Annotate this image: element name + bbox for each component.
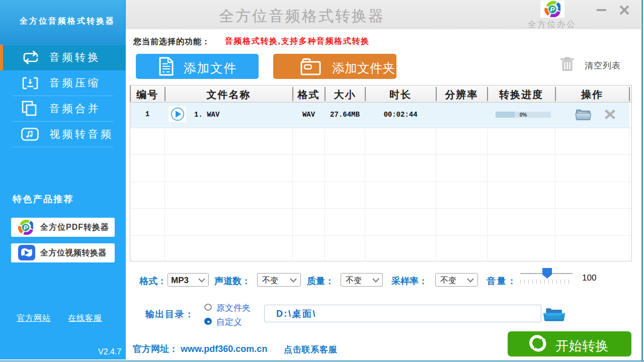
svg-text:P: P <box>24 224 28 231</box>
svg-text:P: P <box>550 6 555 13</box>
